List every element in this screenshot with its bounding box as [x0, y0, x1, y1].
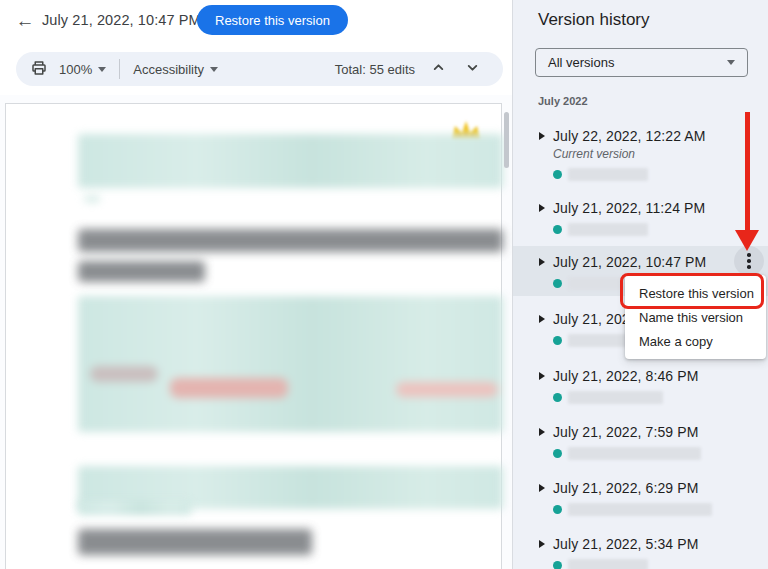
- version-date: July 21, 2022, 11:24 PM: [553, 200, 705, 216]
- expand-triangle-icon[interactable]: [539, 204, 545, 212]
- editor-color-dot: [553, 336, 562, 345]
- expand-triangle-icon[interactable]: [539, 132, 545, 140]
- version-list-item[interactable]: July 21, 2022, 7:59 PM: [513, 417, 768, 469]
- chevron-up-icon: [432, 61, 445, 77]
- expand-triangle-icon[interactable]: [539, 428, 545, 436]
- version-date: July 21, 2022, 5:34 PM: [553, 536, 698, 552]
- blurred-highlight-paragraph: [78, 134, 503, 188]
- expand-triangle-icon[interactable]: [539, 258, 545, 266]
- expand-triangle-icon[interactable]: [539, 372, 545, 380]
- more-options-button[interactable]: [734, 246, 764, 276]
- editor-color-dot: [553, 279, 562, 288]
- version-date: July 21, 2022, 8:46 PM: [553, 368, 698, 384]
- expand-triangle-icon[interactable]: [539, 540, 545, 548]
- document-scrollbar-thumb[interactable]: [504, 112, 509, 168]
- panel-title: Version history: [538, 10, 650, 30]
- document-preview-viewport: [0, 95, 513, 569]
- editor-color-dot: [553, 505, 562, 514]
- editor-color-dot: [553, 449, 562, 458]
- blurred-link-text: [396, 382, 498, 397]
- version-list-item[interactable]: July 21, 2022, 5:34 PM: [513, 529, 768, 569]
- version-list-item[interactable]: July 21, 2022, 6:29 PM: [513, 473, 768, 525]
- preview-toolbar: 100% Accessibility Total: 55 edits: [16, 52, 503, 86]
- blurred-editor-name: [568, 168, 648, 181]
- previous-edit-button[interactable]: [430, 59, 447, 79]
- total-edits-label: Total: 55 edits: [335, 62, 415, 77]
- version-date: July 22, 2022, 12:22 AM: [553, 128, 706, 144]
- blurred-heading-line-1: [78, 229, 503, 252]
- restore-version-button[interactable]: Restore this version: [197, 5, 348, 35]
- editor-color-dot: [553, 561, 562, 569]
- month-section-label: July 2022: [538, 95, 588, 107]
- blurred-editor-name: [568, 391, 663, 404]
- version-list-item[interactable]: July 22, 2022, 12:22 AM Current version: [513, 121, 768, 190]
- editor-line: [553, 559, 768, 569]
- current-version-note: Current version: [553, 147, 768, 161]
- blurred-highlight-paragraph: [78, 296, 503, 432]
- version-date: July 21, 2022, 7:59 PM: [553, 424, 698, 440]
- print-icon: [30, 59, 48, 80]
- arrow-left-icon: ←: [16, 10, 35, 31]
- blurred-editor-name: [568, 447, 701, 460]
- chevron-down-icon: [466, 61, 479, 77]
- editor-line: [553, 168, 768, 181]
- three-dot-menu-icon: [747, 253, 751, 269]
- document-page: [5, 103, 502, 569]
- blurred-editor-name: [568, 503, 712, 516]
- version-context-menu: Restore this version Name this version M…: [625, 275, 766, 359]
- blurred-heading-line-3: [78, 529, 312, 555]
- chevron-down-icon: [210, 67, 218, 72]
- accessibility-menu[interactable]: Accessibility: [133, 62, 218, 77]
- expand-triangle-icon[interactable]: [539, 315, 545, 323]
- blurred-editor-name: [568, 223, 648, 236]
- expand-triangle-icon[interactable]: [539, 484, 545, 492]
- version-filter-dropdown[interactable]: All versions: [535, 48, 748, 77]
- version-list-item[interactable]: July 21, 2022, 11:24 PM: [513, 193, 768, 245]
- editor-line: [553, 447, 768, 460]
- editor-color-dot: [553, 170, 562, 179]
- editor-line: [553, 223, 768, 236]
- editor-line: [553, 503, 768, 516]
- toolbar-divider: [119, 59, 120, 79]
- editor-color-dot: [553, 393, 562, 402]
- next-edit-button[interactable]: [464, 59, 481, 79]
- accessibility-label: Accessibility: [133, 62, 204, 77]
- zoom-select[interactable]: 100%: [59, 62, 106, 77]
- editor-line: [553, 391, 768, 404]
- print-button[interactable]: [28, 57, 50, 82]
- google-docs-version-history-screen: ← July 21, 2022, 10:47 PM Restore this v…: [0, 0, 768, 569]
- blurred-heading-line-2: [78, 261, 205, 282]
- version-list-item[interactable]: July 21, 2022, 8:46 PM: [513, 361, 768, 413]
- version-filter-value: All versions: [548, 55, 727, 70]
- editor-color-dot: [553, 225, 562, 234]
- menu-item-make-copy[interactable]: Make a copy: [625, 330, 766, 354]
- blurred-link-text: [90, 366, 158, 382]
- menu-item-name-version[interactable]: Name this version: [625, 306, 766, 330]
- blurred-highlight-dash: [84, 196, 100, 202]
- menu-item-restore[interactable]: Restore this version: [625, 282, 766, 306]
- chevron-down-icon: [727, 60, 735, 65]
- version-date: July 21, 2022, 6:29 PM: [553, 480, 698, 496]
- zoom-value: 100%: [59, 62, 92, 77]
- blurred-highlight-tail: [78, 501, 191, 515]
- blurred-editor-name: [568, 559, 648, 569]
- version-title: July 21, 2022, 10:47 PM: [42, 12, 201, 28]
- version-date: July 21, 2022, 10:47 PM: [553, 254, 706, 270]
- blurred-link-text: [170, 378, 288, 398]
- back-button[interactable]: ←: [12, 8, 38, 34]
- chevron-down-icon: [98, 67, 106, 72]
